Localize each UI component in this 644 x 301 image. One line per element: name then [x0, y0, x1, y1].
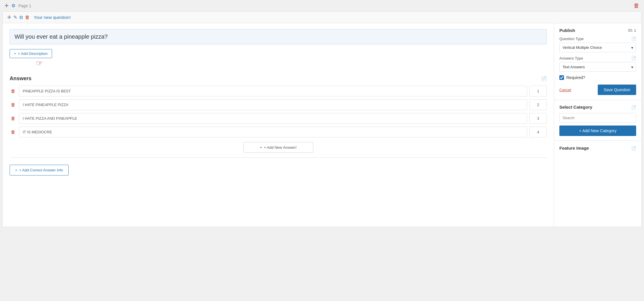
left-panel: + + Add Description ☞ Answers 📄 🗑 🗑 [3, 23, 554, 227]
required-row: Required? [559, 75, 636, 80]
answers-copy-icon[interactable]: 📄 [541, 76, 547, 81]
save-question-button[interactable]: Save Question [598, 85, 636, 95]
answers-type-icon: 📄 [631, 56, 636, 60]
divider [10, 157, 547, 158]
answers-type-select[interactable]: Text Answers Image Answers [559, 62, 636, 72]
answers-type-select-wrapper: Text Answers Image Answers [559, 62, 636, 72]
answer-text-2[interactable] [19, 99, 527, 110]
answer-row: 🗑 [10, 127, 547, 137]
add-desc-label: + Add Description [18, 51, 48, 56]
answers-header: Answers 📄 [10, 76, 547, 82]
move-icon[interactable]: ✛ [5, 3, 8, 8]
question-move-icon[interactable]: ✛ [7, 15, 11, 20]
publish-id: ID: 1 [628, 28, 636, 33]
required-label: Required? [566, 75, 585, 80]
question-title: Your new question! [34, 15, 71, 20]
add-new-answer-button[interactable]: + + Add New Answer! [243, 142, 313, 153]
answer-delete-2[interactable]: 🗑 [10, 101, 17, 109]
publish-section: Publish ID: 1 Question Type 📄 Vertical M… [554, 23, 641, 100]
question-type-icon: 📄 [631, 36, 636, 41]
question-copy-icon[interactable]: ⧉ [19, 15, 23, 20]
publish-header: Publish ID: 1 [559, 28, 636, 33]
add-correct-answer-button[interactable]: + + Add Correct Answer Info [10, 165, 69, 175]
add-description-wrapper: + + Add Description ☞ [10, 49, 52, 64]
feature-image-section: Feature Image 📄 [554, 141, 641, 159]
top-bar-left: ✛ ⚙ Page 1 [5, 3, 31, 8]
right-panel: Publish ID: 1 Question Type 📄 Vertical M… [554, 23, 641, 227]
answer-row: 🗑 [10, 99, 547, 110]
feature-image-header: Feature Image 📄 [559, 146, 636, 150]
add-correct-label: + Add Correct Answer Info [19, 168, 63, 172]
answer-order-4[interactable] [529, 127, 547, 137]
add-new-category-button[interactable]: + Add New Category [559, 126, 636, 136]
category-search-input[interactable] [559, 113, 636, 123]
publish-title: Publish [559, 28, 575, 33]
answer-row: 🗑 [10, 113, 547, 124]
category-header: Select Category 📄 [559, 105, 636, 110]
action-row: Cancel Save Question [559, 85, 636, 95]
question-pencil-icon[interactable]: ✎ [13, 15, 17, 20]
answer-order-1[interactable] [529, 86, 547, 96]
answer-text-4[interactable] [19, 127, 527, 137]
answer-delete-3[interactable]: 🗑 [10, 115, 17, 122]
answer-delete-4[interactable]: 🗑 [10, 128, 17, 136]
answers-type-label: Answers Type [559, 56, 583, 60]
cursor-hand-icon: ☞ [36, 58, 43, 68]
feature-image-icon: 📄 [631, 146, 636, 150]
select-category-section: Select Category 📄 + Add New Category [554, 100, 641, 141]
add-correct-plus-icon: + [15, 168, 17, 172]
gear-icon[interactable]: ⚙ [11, 3, 15, 8]
question-toolbar: ✛ ✎ ⧉ 🗑 Your new question! [3, 12, 641, 23]
cancel-button[interactable]: Cancel [559, 88, 571, 92]
question-type-select[interactable]: Vertical Multiple Choice Horizontal Mult… [559, 43, 636, 52]
page-label: Page 1 [18, 3, 31, 8]
add-desc-plus-icon: + [14, 51, 16, 56]
answers-type-label-row: Answers Type 📄 [559, 56, 636, 60]
top-trash-icon[interactable]: 🗑 [634, 2, 639, 9]
add-answer-plus-icon: + [260, 145, 262, 150]
answer-order-2[interactable] [529, 99, 547, 110]
content-area: + + Add Description ☞ Answers 📄 🗑 🗑 [3, 23, 641, 227]
answer-row: 🗑 [10, 86, 547, 96]
question-type-label-row: Question Type 📄 [559, 36, 636, 41]
answer-text-3[interactable] [19, 113, 527, 124]
question-input[interactable] [10, 29, 547, 44]
category-icon: 📄 [631, 105, 636, 110]
feature-image-title: Feature Image [559, 146, 589, 150]
answer-delete-1[interactable]: 🗑 [10, 87, 17, 95]
main-container: ✛ ✎ ⧉ 🗑 Your new question! + + Add Descr… [2, 11, 642, 227]
question-trash-icon[interactable]: 🗑 [25, 15, 30, 20]
add-answer-label: + Add New Answer! [264, 145, 297, 150]
question-type-select-wrapper: Vertical Multiple Choice Horizontal Mult… [559, 43, 636, 52]
answers-title: Answers [10, 76, 31, 82]
required-checkbox[interactable] [559, 75, 564, 80]
add-description-button[interactable]: + + Add Description [10, 49, 52, 58]
question-type-label: Question Type [559, 37, 584, 41]
top-bar: ✛ ⚙ Page 1 🗑 [0, 0, 644, 11]
answer-order-3[interactable] [529, 113, 547, 124]
answer-text-1[interactable] [19, 86, 527, 96]
answer-list: 🗑 🗑 🗑 🗑 [10, 86, 547, 137]
category-title: Select Category [559, 105, 592, 110]
